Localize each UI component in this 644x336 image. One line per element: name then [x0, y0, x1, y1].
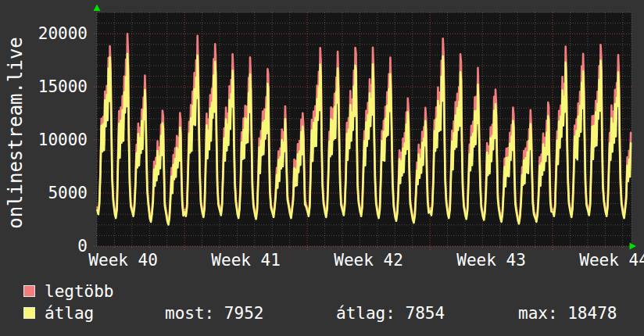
stat-most: most: 7952 [165, 305, 263, 322]
x-tick-label: Week 43 [429, 252, 554, 269]
x-tick-label: Week 42 [306, 252, 431, 269]
vertical-axis-title: onlinestream.live [5, 37, 27, 229]
y-tick-label: 20000 [27, 25, 88, 42]
legend-swatch-atlag [23, 307, 35, 319]
x-tick-label: Week 41 [184, 252, 309, 269]
x-tick-label: Week 44 [552, 252, 644, 269]
stat-max: max: 18478 [518, 305, 617, 322]
x-axis-arrow-icon [630, 243, 637, 250]
y-tick-label: 10000 [27, 131, 88, 148]
legend-label-atlag: átlag [45, 305, 94, 322]
y-axis-arrow-icon [94, 5, 101, 12]
y-tick-label: 5000 [27, 184, 88, 202]
x-tick-label: Week 40 [61, 252, 186, 269]
legend-label-legtobb: legtöbb [45, 283, 114, 300]
stat-atlag: átlag: 7854 [336, 305, 445, 322]
graph-window: onlinestream.live 05000100001500020000 W… [0, 0, 644, 336]
legend-swatch-legtobb [23, 285, 35, 297]
y-tick-label: 15000 [27, 78, 88, 95]
